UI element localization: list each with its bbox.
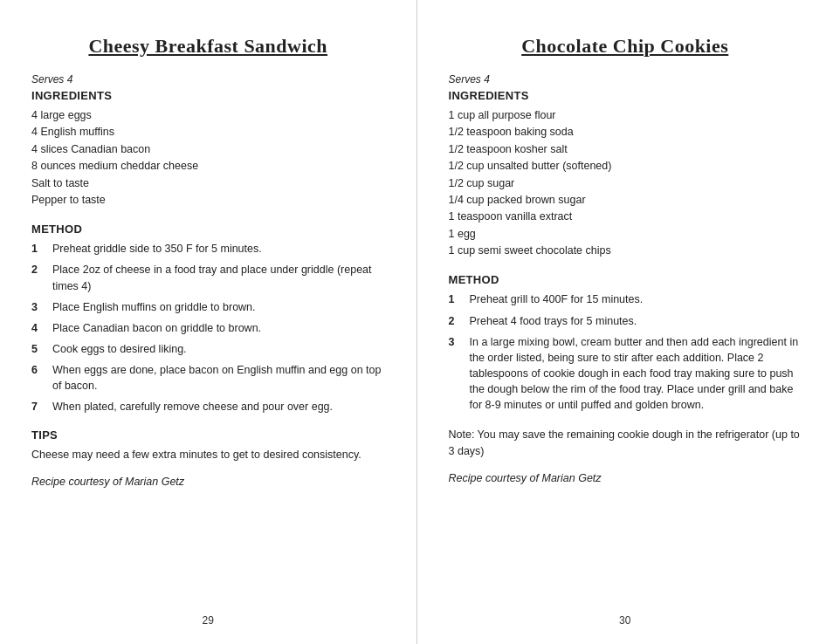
right-method-list: 1Preheat grill to 400F for 15 minutes.2P… bbox=[449, 291, 802, 413]
step-text: Place Canadian bacon on griddle to brown… bbox=[52, 320, 261, 336]
right-page-number: 30 bbox=[619, 614, 630, 627]
table-row: 1Preheat grill to 400F for 15 minutes. bbox=[449, 291, 802, 307]
left-method-section: METHOD 1Preheat griddle side to 350 F fo… bbox=[31, 223, 385, 414]
list-item: Pepper to taste bbox=[31, 192, 385, 209]
step-number: 7 bbox=[31, 399, 47, 414]
list-item: 1 teaspoon vanilla extract bbox=[449, 209, 802, 225]
list-item: 4 slices Canadian bacon bbox=[31, 141, 385, 158]
list-item: 1 cup all purpose flour bbox=[449, 107, 802, 124]
step-text: Preheat 4 food trays for 5 minutes. bbox=[470, 313, 637, 329]
table-row: 6When eggs are done, place bacon on Engl… bbox=[31, 362, 385, 394]
list-item: 1/2 teaspoon baking soda bbox=[449, 124, 802, 140]
step-number: 3 bbox=[31, 299, 47, 315]
left-method-heading: METHOD bbox=[31, 223, 385, 236]
step-number: 4 bbox=[31, 320, 47, 336]
step-text: Preheat grill to 400F for 15 minutes. bbox=[470, 291, 644, 307]
left-recipe-title: Cheesy Breakfast Sandwich bbox=[31, 35, 385, 58]
step-text: Place 2oz of cheese in a food tray and p… bbox=[52, 262, 385, 293]
table-row: 2Preheat 4 food trays for 5 minutes. bbox=[449, 313, 802, 329]
step-number: 1 bbox=[31, 241, 47, 257]
step-text: In a large mixing bowl, cream butter and… bbox=[470, 334, 802, 414]
right-page: Chocolate Chip Cookies Serves 4 INGREDIE… bbox=[417, 0, 834, 644]
left-credit: Recipe courtesy of Marian Getz bbox=[31, 476, 385, 488]
step-number: 6 bbox=[31, 362, 47, 394]
table-row: 3Place English muffins on griddle to bro… bbox=[31, 299, 385, 315]
left-page-number: 29 bbox=[203, 614, 214, 627]
list-item: 1/4 cup packed brown sugar bbox=[449, 192, 802, 209]
list-item: 1/2 teaspoon kosher salt bbox=[449, 141, 802, 158]
table-row: 2Place 2oz of cheese in a food tray and … bbox=[31, 262, 385, 293]
right-credit: Recipe courtesy of Marian Getz bbox=[449, 472, 802, 484]
list-item: 1/2 cup sugar bbox=[449, 175, 802, 192]
left-tips-text: Cheese may need a few extra minutes to g… bbox=[31, 447, 385, 463]
right-ingredients-heading: INGREDIENTS bbox=[449, 89, 802, 102]
step-number: 3 bbox=[449, 334, 465, 414]
list-item: 1 egg bbox=[449, 226, 802, 243]
list-item: 1/2 cup unsalted butter (softened) bbox=[449, 158, 802, 175]
list-item: 1 cup semi sweet chocolate chips bbox=[449, 243, 802, 259]
table-row: 7When plated, carefully remove cheese an… bbox=[31, 399, 385, 414]
table-row: 5Cook eggs to desired liking. bbox=[31, 341, 385, 357]
step-text: Cook eggs to desired liking. bbox=[52, 341, 187, 357]
step-text: When plated, carefully remove cheese and… bbox=[52, 399, 333, 414]
table-row: 4Place Canadian bacon on griddle to brow… bbox=[31, 320, 385, 336]
right-recipe-title: Chocolate Chip Cookies bbox=[449, 35, 802, 58]
right-method-heading: METHOD bbox=[449, 273, 802, 286]
left-page: Cheesy Breakfast Sandwich Serves 4 INGRE… bbox=[0, 0, 417, 644]
left-method-list: 1Preheat griddle side to 350 F for 5 min… bbox=[31, 241, 385, 414]
step-text: Place English muffins on griddle to brow… bbox=[52, 299, 256, 315]
table-row: 1Preheat griddle side to 350 F for 5 min… bbox=[31, 241, 385, 257]
list-item: 4 large eggs bbox=[31, 107, 385, 124]
left-tips-section: TIPS Cheese may need a few extra minutes… bbox=[31, 428, 385, 463]
right-ingredients-list: 1 cup all purpose flour1/2 teaspoon baki… bbox=[449, 107, 802, 259]
left-ingredients-list: 4 large eggs4 English muffins4 slices Ca… bbox=[31, 107, 385, 209]
table-row: 3In a large mixing bowl, cream butter an… bbox=[449, 334, 802, 414]
step-number: 5 bbox=[31, 341, 47, 357]
left-ingredients-heading: INGREDIENTS bbox=[31, 89, 385, 102]
step-number: 2 bbox=[449, 313, 465, 329]
step-number: 1 bbox=[449, 291, 465, 307]
step-text: When eggs are done, place bacon on Engli… bbox=[52, 362, 385, 394]
list-item: 4 English muffins bbox=[31, 124, 385, 140]
right-note: Note: You may save the remaining cookie … bbox=[449, 427, 802, 460]
right-method-section: METHOD 1Preheat grill to 400F for 15 min… bbox=[449, 273, 802, 413]
right-serves: Serves 4 bbox=[449, 73, 802, 86]
left-serves: Serves 4 bbox=[31, 73, 385, 86]
list-item: Salt to taste bbox=[31, 175, 385, 192]
step-number: 2 bbox=[31, 262, 47, 293]
left-tips-heading: TIPS bbox=[31, 428, 385, 442]
list-item: 8 ounces medium cheddar cheese bbox=[31, 158, 385, 175]
step-text: Preheat griddle side to 350 F for 5 minu… bbox=[52, 241, 262, 257]
